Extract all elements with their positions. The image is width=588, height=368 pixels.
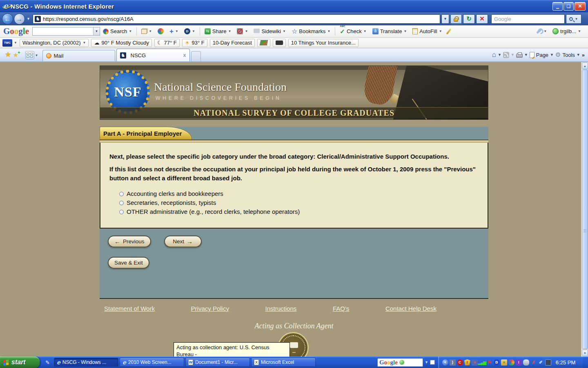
- tab-mail[interactable]: Mail: [42, 50, 115, 61]
- toolbar-settings-button[interactable]: ▼: [533, 26, 550, 37]
- highlighter-button[interactable]: [445, 26, 452, 37]
- option-row[interactable]: Secretaries, receptionists, typists: [119, 198, 479, 207]
- tray-volume-icon[interactable]: [450, 359, 456, 366]
- tray-antivirus-icon[interactable]: [530, 359, 537, 366]
- radio-button[interactable]: [119, 210, 124, 214]
- security-lock-button[interactable]: [450, 14, 462, 24]
- weather-location-select[interactable]: Washington, DC (20002)▼: [20, 39, 89, 47]
- tray-mcafee-icon[interactable]: [457, 359, 463, 366]
- swirl-app-button[interactable]: [155, 26, 167, 37]
- tray-google-icon[interactable]: [508, 359, 514, 366]
- vertical-scrollbar[interactable]: ▲ ▼: [581, 62, 588, 357]
- close-button[interactable]: [575, 2, 586, 11]
- google-search-input[interactable]: ▼: [32, 27, 100, 36]
- add-gadget-button[interactable]: +▼: [167, 26, 181, 37]
- tab-nscg[interactable]: ♞NSCGx: [116, 49, 190, 61]
- option-row[interactable]: Accounting clerks and bookkeepers: [119, 189, 479, 198]
- tray-flag-icon[interactable]: [486, 359, 492, 366]
- contact-help-desk-link[interactable]: Contact Help Desk: [385, 305, 437, 312]
- desktop-search-dropdown-icon[interactable]: ▼: [425, 360, 428, 364]
- new-tab-button[interactable]: [191, 51, 201, 61]
- tray-display-icon[interactable]: [545, 359, 551, 366]
- scroll-up-button[interactable]: ▲: [582, 63, 588, 69]
- favorites-center-button[interactable]: ★: [5, 50, 11, 59]
- home-button[interactable]: ⌂: [492, 51, 496, 59]
- instructions-link[interactable]: Instructions: [265, 305, 297, 312]
- account-button[interactable]: trgilb...▼: [550, 26, 584, 37]
- add-favorite-button[interactable]: ★: [13, 51, 18, 59]
- stop-button[interactable]: ✕: [476, 14, 488, 24]
- tray-messenger-icon[interactable]: [442, 359, 448, 366]
- google-desktop-logo: Google: [379, 359, 398, 366]
- print-button[interactable]: [516, 54, 523, 58]
- start-button[interactable]: start: [0, 357, 40, 368]
- taskbar-task-webscreen[interactable]: e2010 Web Screen...: [120, 358, 184, 367]
- taskbar-task-word[interactable]: WDocument1 - Micr...: [185, 358, 250, 367]
- tools-menu-button[interactable]: Tools: [562, 52, 575, 58]
- faqs-link[interactable]: FAQ's: [333, 305, 349, 312]
- tray-signal-strength-icon[interactable]: [479, 359, 485, 366]
- toolbar-overflow-button[interactable]: »: [582, 52, 585, 58]
- scroll-down-button[interactable]: ▼: [582, 350, 588, 356]
- address-field[interactable]: ♞ https://respond.census.gov/nscg/A16A: [33, 14, 440, 24]
- desktop-search-button[interactable]: [430, 360, 435, 365]
- video-button[interactable]: [273, 39, 286, 47]
- back-button[interactable]: ←: [2, 13, 13, 25]
- tab-close-icon[interactable]: x: [183, 52, 186, 58]
- scrollbar-thumb[interactable]: [582, 70, 588, 349]
- map-button[interactable]: [257, 39, 270, 47]
- news-button[interactable]: ▼: [138, 26, 155, 37]
- tray-security-alert-icon[interactable]: [464, 359, 470, 366]
- share-button[interactable]: ⇆Share▼: [202, 26, 234, 37]
- page-menu-button[interactable]: Page: [536, 52, 548, 58]
- maximize-button[interactable]: [564, 2, 574, 11]
- search-go-button[interactable]: ▼: [566, 14, 581, 24]
- tray-mouse-icon[interactable]: [523, 359, 529, 366]
- taskbar-task-excel[interactable]: XMicrosoft Excel: [251, 358, 316, 367]
- translate-button[interactable]: āTranslate▼: [370, 26, 410, 37]
- quick-tabs-button[interactable]: [25, 51, 34, 59]
- dell-button[interactable]: D▼: [181, 26, 198, 37]
- popup-blocker-button[interactable]: ▼: [234, 26, 251, 37]
- privacy-policy-link[interactable]: Privacy Policy: [191, 305, 229, 312]
- dell-icon: D: [184, 28, 190, 34]
- previous-button[interactable]: ←Previous: [108, 236, 151, 247]
- headline-link[interactable]: 10 Things Your Insurance...: [288, 39, 359, 47]
- high-temp-button[interactable]: ☀93° F: [182, 39, 207, 47]
- next-button[interactable]: Next→: [164, 236, 202, 247]
- tray-update-icon[interactable]: [516, 359, 522, 366]
- save-exit-button[interactable]: Save & Exit: [108, 257, 149, 269]
- current-conditions-button[interactable]: ☁90° F Mostly Cloudy: [91, 39, 151, 47]
- taskbar-task-nscg[interactable]: eNSCG - Windows ...: [54, 358, 118, 367]
- tray-bluetooth-icon[interactable]: [494, 359, 500, 366]
- minimize-button[interactable]: [552, 2, 563, 11]
- quick-launch-pen-icon[interactable]: ✎: [45, 359, 50, 366]
- tab-list-dropdown-icon[interactable]: ▼: [35, 54, 38, 57]
- spellcheck-button[interactable]: ✓Check▼: [337, 26, 369, 37]
- refresh-button[interactable]: ↻: [463, 14, 475, 24]
- swirl-icon: [158, 28, 164, 34]
- radio-button[interactable]: [119, 201, 124, 205]
- tray-pen-icon[interactable]: [538, 359, 544, 366]
- option-row[interactable]: OTHER administrative (e.g., record clerk…: [119, 207, 479, 216]
- tray-printer-icon[interactable]: [501, 359, 507, 366]
- address-dropdown-button[interactable]: ▼: [441, 14, 449, 24]
- radio-button[interactable]: [119, 192, 124, 196]
- ie-search-input[interactable]: [491, 14, 565, 24]
- google-desktop-search[interactable]: Google: [377, 358, 423, 367]
- recent-pages-dropdown-icon[interactable]: ▼: [27, 17, 30, 21]
- bookmarks-button[interactable]: ☆Bookmarks▼: [289, 26, 333, 37]
- twc-menu-dropdown-icon[interactable]: ▼: [14, 41, 17, 45]
- forward-button[interactable]: →: [14, 13, 25, 25]
- low-temp-button[interactable]: ☾77° F: [154, 39, 180, 47]
- tray-network-disconnected-icon[interactable]: [472, 359, 478, 366]
- autofill-button[interactable]: AutoFill▼: [410, 26, 445, 37]
- gold-divider: [100, 139, 488, 143]
- sidewiki-button[interactable]: Sidewiki▼: [251, 26, 289, 37]
- ten-day-forecast-button[interactable]: 10-Day Forecast: [210, 39, 255, 47]
- statement-of-work-link[interactable]: Statement of Work: [104, 305, 155, 312]
- rss-feeds-button[interactable]: [503, 52, 509, 58]
- google-search-history-icon[interactable]: ▼: [93, 27, 100, 35]
- twc-logo-icon[interactable]: TWC: [2, 39, 12, 47]
- google-search-button[interactable]: Search▼: [100, 26, 135, 37]
